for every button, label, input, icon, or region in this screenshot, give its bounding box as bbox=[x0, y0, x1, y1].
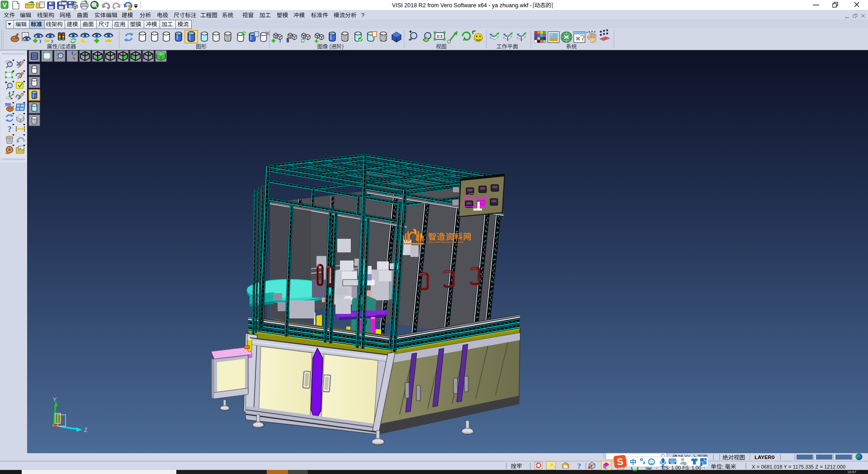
svg-text:?: ? bbox=[7, 124, 12, 134]
svg-text:1:1: 1:1 bbox=[437, 34, 443, 38]
svg-text:S: S bbox=[616, 456, 624, 467]
svg-text:V: V bbox=[3, 2, 7, 9]
svg-text:?: ? bbox=[577, 462, 581, 470]
